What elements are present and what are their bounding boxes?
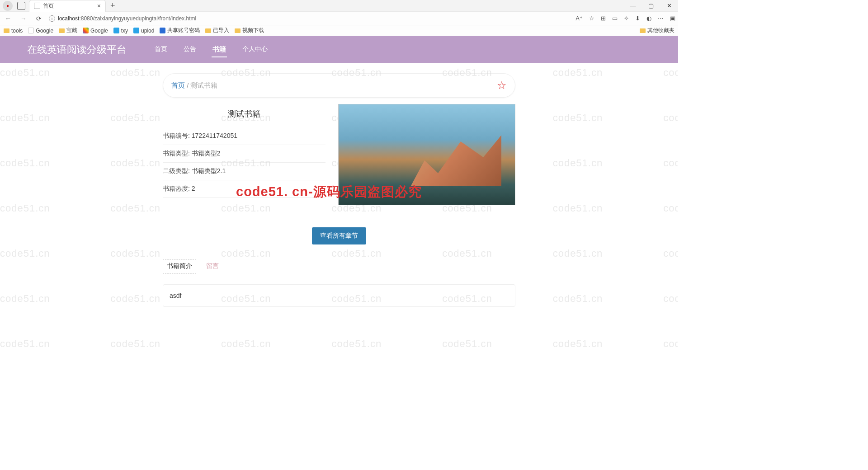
browser-tab[interactable]: 首页 × — [29, 0, 106, 12]
watermark-center: code51. cn-源码乐园盗图必究 — [236, 183, 422, 201]
new-tab-button[interactable]: + — [110, 1, 115, 10]
favorites-bar-icon[interactable]: ✧ — [624, 15, 629, 22]
url-field[interactable]: i localhost :8080/zaixianyingyuyueduping… — [49, 15, 571, 22]
nav-profile[interactable]: 个人中心 — [241, 42, 269, 57]
divider — [163, 219, 515, 219]
minimize-button[interactable]: — — [624, 0, 642, 12]
close-window-button[interactable]: ✕ — [660, 0, 678, 12]
other-bookmarks[interactable]: 其他收藏夹 — [640, 27, 675, 34]
bookmarks-bar: tools Google 宝藏 Google txy uplod 共享账号密码 … — [0, 25, 678, 36]
book-field-row: 二级类型: 书籍类型2.1 — [163, 163, 326, 180]
performance-icon[interactable]: ◐ — [646, 15, 651, 22]
favorite-icon[interactable]: ☆ — [589, 15, 594, 22]
nav-home[interactable]: 首页 — [154, 42, 168, 57]
window-controls: — ▢ ✕ — [624, 0, 678, 12]
bookmark-share-account[interactable]: 共享账号密码 — [160, 27, 200, 34]
url-host: localhost — [58, 15, 79, 22]
bookmark-google[interactable]: Google — [28, 28, 53, 34]
book-title: 测试书籍 — [163, 108, 326, 119]
read-aloud-icon[interactable]: A⁺ — [576, 15, 583, 22]
book-field-row: 书籍编号: 1722411742051 — [163, 127, 326, 145]
tab-actions-icon[interactable] — [17, 2, 25, 10]
maximize-button[interactable]: ▢ — [642, 0, 660, 12]
view-chapters-button[interactable]: 查看所有章节 — [312, 227, 366, 244]
bookmark-google2[interactable]: Google — [83, 28, 108, 34]
brand-title: 在线英语阅读分级平台 — [27, 43, 127, 56]
app-header: 在线英语阅读分级平台 首页 公告 书籍 个人中心 — [0, 36, 678, 63]
browser-titlebar: ● 首页 × + — ▢ ✕ — [0, 0, 678, 12]
site-info-icon[interactable]: i — [49, 15, 55, 22]
collections-icon[interactable]: ▭ — [612, 15, 618, 22]
profile-avatar[interactable]: ● — [3, 1, 13, 11]
tab-intro[interactable]: 书籍简介 — [163, 259, 196, 273]
breadcrumb: 首页 / 测试书籍 ☆ — [163, 73, 515, 98]
forward-button[interactable]: → — [18, 15, 29, 22]
favorite-star-icon[interactable]: ☆ — [497, 79, 507, 92]
watermark-row: code51.cncode51.cncode51.cncode51.cncode… — [0, 338, 678, 350]
more-menu-icon[interactable]: ⋯ — [658, 15, 664, 22]
tab-title: 首页 — [43, 2, 54, 10]
downloads-icon[interactable]: ⬇ — [635, 15, 640, 22]
extensions-icon[interactable]: ⊞ — [601, 15, 606, 22]
detail-tabs: 书籍简介 留言 — [163, 259, 515, 273]
nav-books[interactable]: 书籍 — [212, 42, 227, 57]
sidebar-icon[interactable]: ▣ — [670, 15, 675, 22]
bookmark-imported[interactable]: 已导入 — [205, 27, 229, 34]
bookmark-txy[interactable]: txy — [113, 28, 128, 34]
url-path: :8080/zaixianyingyuyuedupingtai/front/in… — [79, 15, 196, 22]
book-field-row: 书籍类型: 书籍类型2 — [163, 145, 326, 163]
refresh-button[interactable]: ⟳ — [33, 15, 44, 22]
page-icon — [34, 3, 40, 9]
intro-content: asdf — [163, 284, 515, 307]
main-nav: 首页 公告 书籍 个人中心 — [154, 42, 269, 57]
back-button[interactable]: ← — [3, 15, 14, 22]
address-bar: ← → ⟳ i localhost :8080/zaixianyingyuyue… — [0, 12, 678, 25]
tab-comment[interactable]: 留言 — [203, 259, 222, 273]
nav-notice[interactable]: 公告 — [183, 42, 197, 57]
bookmark-video-download[interactable]: 视频下载 — [235, 27, 264, 34]
breadcrumb-sep: / — [187, 82, 189, 89]
breadcrumb-current: 测试书籍 — [190, 81, 217, 90]
bookmark-baozang[interactable]: 宝藏 — [59, 27, 77, 34]
bookmark-tools[interactable]: tools — [4, 28, 23, 34]
close-tab-icon[interactable]: × — [97, 2, 101, 9]
bookmark-uplod[interactable]: uplod — [133, 28, 154, 34]
breadcrumb-home[interactable]: 首页 — [171, 81, 185, 90]
